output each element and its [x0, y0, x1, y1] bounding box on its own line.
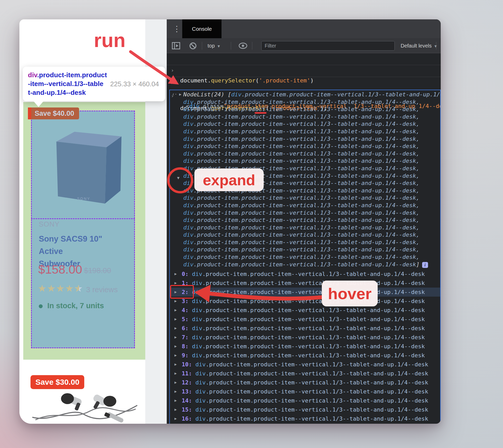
devtools-console-panel: ⋮ Console top▼ — [167, 19, 441, 424]
badge-edge — [28, 107, 31, 119]
devtools-tab-bar: ⋮ Console — [167, 19, 441, 38]
nodelist-item-row[interactable]: ▶7: div.product-item.product-item--verti… — [170, 333, 440, 342]
return-value-icon: ‹· — [172, 91, 177, 97]
nodelist-preview-line: div.product-item.product-item--vertical.… — [183, 157, 440, 165]
console-sidebar-icon[interactable] — [172, 42, 180, 49]
star-icon: ★ — [47, 283, 56, 294]
console-command-queryselector[interactable]: › document.querySelector('.product-item'… — [167, 55, 441, 65]
nodelist-expanded-items: ▶0: div.product-item.product-item--verti… — [170, 269, 440, 423]
expand-triangle-icon[interactable]: ▶ — [174, 360, 177, 369]
sale-price: $158.00 — [38, 262, 82, 276]
nodelist-preview-line: div.product-item.product-item--vertical.… — [183, 231, 440, 239]
console-output: › document.querySelector('.product-item'… — [167, 53, 441, 424]
screenshot-stage: Save $40.00 SONY SONY Sony SACS9 10" Act… — [0, 0, 503, 448]
nodelist-preview-line: div.product-item.product-item--vertical.… — [183, 113, 440, 121]
annotation-expand-label: expand — [194, 168, 264, 191]
console-toolbar: top▼ Default levels▼ — [167, 38, 441, 53]
expand-triangle-icon[interactable]: ▶ — [174, 342, 177, 351]
star-icon: ★ — [65, 283, 74, 294]
expand-triangle-icon[interactable]: ▶ — [174, 315, 177, 324]
nodelist-result-block[interactable]: ‹· ▼ NodeList(24) [div.product-item.prod… — [169, 90, 441, 424]
discount-badge-top-label: Save $40.00 — [35, 107, 74, 119]
nodelist-preview-line: div.product-item.product-item--vertical.… — [183, 194, 440, 202]
expand-triangle-icon[interactable]: ▶ — [174, 269, 177, 279]
nodelist-item-row[interactable]: ▶6: div.product-item.product-item--verti… — [170, 324, 440, 333]
tooltip-pointer — [34, 101, 43, 107]
tooltip-selector-line3: t-and-up.1/4--desk — [28, 88, 160, 97]
toolbar-divider — [231, 42, 231, 50]
expand-triangle-icon[interactable]: ▶ — [174, 306, 177, 315]
expand-triangle-icon[interactable]: ▶ — [174, 414, 177, 423]
discount-badge-bottom: Save $30.00 — [31, 375, 84, 389]
browser-window: Save $40.00 SONY SONY Sony SACS9 10" Act… — [19, 19, 441, 424]
stock-status: In stock, 7 units — [39, 302, 104, 310]
nodelist-item-row[interactable]: ▶5: div.product-item.product-item--verti… — [170, 315, 440, 324]
filter-input[interactable] — [261, 41, 395, 51]
nodelist-item-row[interactable]: ▶10: div.product-item.product-item--vert… — [170, 360, 440, 369]
annotation-hover-label: hover — [322, 281, 378, 306]
nodelist-item-row[interactable]: ▶16: div.product-item.product-item--vert… — [170, 414, 440, 423]
expand-triangle-icon[interactable]: ▶ — [174, 405, 177, 414]
tooltip-dimensions: 225.33 × 460.04 — [110, 80, 159, 88]
earbuds-product-image[interactable] — [29, 392, 140, 424]
info-icon[interactable]: i — [422, 262, 428, 268]
context-selector[interactable]: top▼ — [208, 38, 221, 54]
nodelist-preview-line: div.product-item.product-item--vertical.… — [183, 224, 440, 231]
original-price: $198.00 — [84, 266, 111, 275]
nodelist-preview-line: div.product-item.product-item--vertical.… — [183, 150, 440, 158]
log-level-selector[interactable]: Default levels▼ — [401, 38, 438, 54]
chevron-down-icon: ▼ — [217, 44, 221, 48]
nodelist-preview-line: div.product-item.product-item--vertical.… — [183, 246, 440, 253]
tooltip-selector-line1: div.product-item.product — [28, 71, 160, 79]
expand-triangle-icon[interactable]: ▶ — [174, 396, 177, 405]
rating-stars: ★★★★★★ — [38, 283, 83, 294]
nodelist-item-row[interactable]: ▶8: div.product-item.product-item--verti… — [170, 342, 440, 351]
expand-triangle-icon[interactable]: ▶ — [174, 324, 177, 333]
tab-console[interactable]: Console — [182, 19, 222, 38]
annotation-run-label: run — [94, 29, 125, 51]
nodelist-preview-line: div.product-item.product-item--vertical.… — [183, 143, 440, 150]
nodelist-item-row[interactable]: ▶15: div.product-item.product-item--vert… — [170, 405, 440, 414]
chevron-down-icon: ▼ — [434, 44, 438, 48]
nodelist-item-row[interactable]: ▶4: div.product-item.product-item--verti… — [170, 306, 440, 315]
kebab-menu-icon[interactable]: ⋮ — [173, 19, 181, 38]
subwoofer-product-image[interactable]: SONY — [44, 121, 129, 212]
nodelist-item-row[interactable]: ▶9: div.product-item.product-item--verti… — [170, 351, 440, 360]
nodelist-item-row[interactable]: ▶1: div.product-item.product-item--verti… — [170, 279, 440, 288]
nodelist-preview-line: div.product-item.product-item--vertical.… — [183, 120, 440, 128]
product-brand: SONY — [39, 220, 60, 228]
nodelist-item-row[interactable]: ▶13: div.product-item.product-item--vert… — [170, 387, 440, 396]
toolbar-divider — [436, 42, 436, 50]
nodelist-preview-line: div.product-item.product-item--vertical.… — [183, 135, 440, 143]
nodelist-item-row[interactable]: ▶0: div.product-item.product-item--verti… — [170, 269, 440, 279]
expand-triangle-icon[interactable]: ▶ — [174, 369, 177, 378]
expand-triangle-icon[interactable]: ▶ — [174, 378, 177, 387]
clear-console-icon[interactable] — [189, 42, 196, 49]
nodelist-item-row[interactable]: ▶14: div.product-item.product-item--vert… — [170, 396, 440, 405]
nodelist-preview-line: div.product-item.product-item--vertical.… — [183, 128, 440, 135]
nodelist-preview-line: NodeList(24) [div.product-item.product-i… — [183, 91, 440, 98]
nodelist-item-row[interactable]: ▶3: div.product-item.product-item--verti… — [170, 297, 440, 306]
nodelist-item-row[interactable]: ▶11: div.product-item.product-item--vert… — [170, 369, 440, 378]
collapse-triangle-icon[interactable]: ▼ — [177, 175, 180, 180]
nodelist-preview-line: div.product-item.product-item--vertical.… — [183, 217, 440, 224]
console-result-element[interactable]: ‹· ▶ <div class="product-item product-it… — [167, 65, 441, 77]
toolbar-divider — [202, 42, 202, 50]
expand-triangle-icon[interactable]: ▶ — [174, 387, 177, 396]
nodelist-item-row[interactable]: ▶2: div.product-item.product-item--verti… — [170, 288, 440, 297]
annotation-red-box — [170, 285, 194, 299]
live-expression-eye-icon[interactable] — [239, 43, 247, 49]
expand-triangle-icon[interactable]: ▶ — [174, 333, 177, 342]
in-stock-dot-icon — [39, 304, 43, 308]
reviews-link[interactable]: 3 reviews — [86, 285, 118, 294]
devtools-inner-guide — [31, 218, 135, 219]
expand-triangle-icon[interactable]: ▶ — [174, 351, 177, 360]
discount-badge-top: Save $40.00 — [28, 107, 79, 119]
tooltip-tag: div — [28, 71, 37, 79]
console-command-queryselectorall[interactable]: › document.querySelectorAll('.product-it… — [167, 77, 441, 90]
nodelist-preview-line: div.product-item.product-item--vertical.… — [183, 209, 440, 217]
star-icon: ★ — [56, 283, 65, 294]
inspect-tooltip: div.product-item.product -item--vertical… — [23, 67, 165, 101]
nodelist-item-row[interactable]: ▶12: div.product-item.product-item--vert… — [170, 378, 440, 387]
star-icon: ★ — [38, 283, 47, 294]
